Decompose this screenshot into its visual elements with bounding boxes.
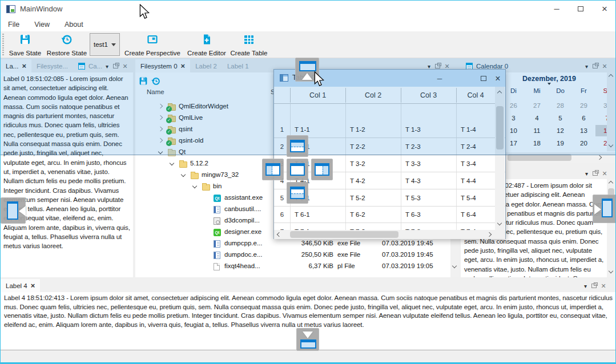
minimize-button[interactable]: ─ (545, 1, 569, 17)
file-icon (214, 263, 220, 270)
mouse-cursor (139, 4, 150, 22)
table-row[interactable]: 5T 5-1T 5-2T 5-3T 5-4 (274, 189, 505, 207)
drop-edge-bottom-indicator[interactable] (296, 328, 319, 351)
tree-item-label: assistant.exe (224, 194, 263, 201)
create-perspective-icon (147, 34, 158, 47)
table-cell[interactable]: T 6-2 (345, 207, 401, 223)
perspective-combo-value: test1 (94, 41, 108, 48)
drop-top-icon (290, 140, 305, 152)
dock-float-icon[interactable] (591, 284, 597, 288)
dock-close-icon[interactable]: × (602, 171, 607, 176)
tree-item-label: designer.exe (224, 228, 261, 235)
table-cell[interactable]: T 7-1 (290, 223, 345, 230)
drop-bottom-indicator[interactable] (287, 182, 308, 204)
table-cell[interactable]: T 6-3 (401, 207, 456, 223)
menu-item-file[interactable]: File (1, 21, 27, 29)
drop-edge-left-icon (7, 201, 18, 220)
drop-edge-right-icon (602, 199, 613, 217)
collapse-icon[interactable] (170, 161, 174, 165)
file-modified: 07.03.2019 19:45 (382, 240, 433, 246)
table-row[interactable]: 4T 4-1T 4-2T 4-3T 4-4 (274, 172, 505, 189)
create-editor-button[interactable]: Create Editor (185, 33, 228, 57)
tree-row[interactable]: dumpcpp.e...346,50 KiBexe File07.03.2019… (135, 238, 450, 249)
scroll-right-icon[interactable] (488, 233, 491, 236)
file-size: 346,50 KiB (267, 240, 333, 246)
folder-icon (202, 184, 210, 191)
create-table-button[interactable]: Create Table (231, 33, 267, 57)
label5-vscrollbar[interactable] (607, 179, 615, 277)
dock-float-icon[interactable] (593, 171, 598, 176)
tree-row[interactable]: dumpdoc.e...250,50 KiBexe File07.03.2019… (135, 249, 450, 261)
maximize-button[interactable] (569, 1, 593, 17)
menu-item-about[interactable]: About (57, 21, 91, 29)
tree-item-label: fixqt4head... (224, 262, 260, 269)
label4-dock-tabbar: Label 4 × (1, 279, 583, 292)
table-cell[interactable]: T 4-3 (401, 172, 456, 189)
table-cell[interactable]: T 5-4 (456, 189, 495, 206)
save-state-button[interactable]: Save State (6, 33, 44, 57)
drop-bottom-icon (290, 187, 305, 199)
table-cell[interactable]: T 4-2 (345, 172, 401, 189)
table-cell[interactable]: T 7-3 (401, 223, 456, 230)
table-cell[interactable]: T 5-2 (345, 189, 401, 206)
dock-menu-icon[interactable]: ▾ (585, 171, 588, 177)
history-restore-icon (61, 34, 73, 47)
collapse-icon[interactable] (192, 184, 197, 188)
table-row[interactable]: 3T 3-1T 3-2T 3-3T 3-4 (274, 155, 505, 172)
tree-row[interactable]: fixqt4head...6,37 KiBpl File07.03.2019 1… (135, 261, 450, 272)
qt-designer-icon: Qt (214, 229, 221, 236)
perspective-combo[interactable]: test1 (90, 33, 120, 56)
table-cell[interactable]: T 7-4 (456, 223, 495, 230)
scroll-left-icon[interactable] (277, 233, 281, 236)
drop-left-indicator[interactable] (262, 159, 284, 180)
collapse-icon[interactable] (181, 172, 186, 177)
save-state-label: Save State (9, 50, 41, 56)
chevron-down-icon (111, 43, 116, 46)
drop-center-indicator[interactable] (287, 159, 308, 180)
table-cell[interactable]: T 7-2 (345, 223, 401, 230)
table-row[interactable]: 7T 7-1T 7-2T 7-3T 7-4 (274, 223, 505, 230)
tree-item-label: canbusutil.... (224, 205, 261, 212)
table-row[interactable]: 6T 6-1T 6-2T 6-3T 6-4 (274, 207, 505, 223)
close-button[interactable]: × (593, 1, 616, 17)
drop-top-indicator[interactable] (287, 135, 308, 157)
tab-close-icon[interactable]: × (31, 283, 35, 289)
scroll-down-icon[interactable] (609, 269, 613, 273)
scroll-up-icon[interactable] (609, 181, 613, 185)
scrollbar-thumb[interactable] (290, 231, 398, 238)
restore-state-button[interactable]: Restore State (46, 33, 87, 57)
close-icon: × (602, 3, 607, 15)
table-cell[interactable]: T 4-4 (456, 172, 495, 189)
table-cell[interactable]: T 3-2 (345, 155, 401, 172)
dock-menu-icon[interactable]: ▾ (584, 283, 587, 289)
maximize-icon (578, 6, 583, 11)
drop-edge-left-indicator[interactable] (1, 197, 26, 224)
dock-close-icon[interactable]: × (601, 283, 606, 289)
file-type: exe File (337, 240, 360, 246)
table-cell[interactable]: T 5-3 (401, 189, 456, 206)
drop-edge-right-indicator[interactable] (593, 195, 616, 223)
title-bar[interactable]: MainWindow ─ × (1, 1, 615, 18)
tree-item-label: dumpdoc.e... (224, 251, 262, 258)
create-perspective-label: Create Perspective (124, 50, 180, 56)
table-cell[interactable]: T 6-1 (290, 207, 345, 223)
main-window: MainWindow ─ × FileViewAbout Save State … (0, 0, 616, 364)
tab-label-4[interactable]: Label 4 × (1, 279, 40, 292)
document-file-icon (214, 206, 220, 213)
drop-left-icon (265, 163, 280, 176)
file-modified: 07.03.2019 19:05 (382, 262, 433, 269)
table-cell[interactable]: T 3-3 (401, 155, 456, 172)
table-hscrollbar[interactable] (274, 230, 505, 239)
arrow-up-icon (302, 73, 312, 80)
scroll-right-icon[interactable] (598, 156, 601, 159)
drop-right-indicator[interactable] (311, 159, 333, 180)
table-cell[interactable]: T 6-4 (456, 207, 495, 223)
menu-item-view[interactable]: View (27, 21, 57, 29)
tree-item-label: mingw73_32 (202, 171, 239, 178)
label4-dock-buttons: ▾ × (584, 281, 611, 290)
toolbar-handle[interactable] (2, 34, 4, 55)
create-perspective-button[interactable]: Create Perspective (122, 33, 183, 57)
table-cell[interactable]: T 3-4 (456, 155, 495, 172)
scroll-down-icon[interactable] (453, 264, 456, 268)
scroll-down-icon[interactable] (498, 221, 501, 225)
